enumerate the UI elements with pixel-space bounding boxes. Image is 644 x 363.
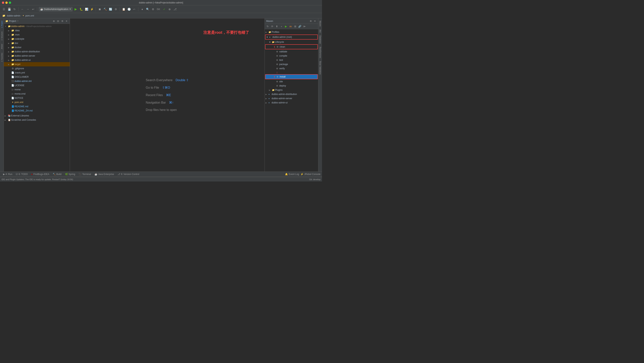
project-tab[interactable]: 1: Project [0,19,3,30]
project-settings-icon[interactable]: ⚙ [60,19,64,23]
maven-reimport-icon[interactable]: ⟳ [270,24,274,29]
maven-double-icon[interactable]: ⊞ [293,24,297,29]
settings-btn[interactable]: ⚙ [151,7,155,12]
minimize-button[interactable] [5,2,8,4]
jrebel-tab[interactable]: JRebel [0,42,3,51]
maven-close-icon[interactable]: ✕ [313,19,317,23]
menu-icon[interactable]: ☰ [2,7,6,12]
tree-item-pom[interactable]: ▶ ✦ pom.xml [4,100,70,104]
maven-deploy[interactable]: ⚙ deploy [265,84,318,88]
maven-site[interactable]: ⚙ site [265,80,318,84]
project-dropdown-icon[interactable]: ▼ [17,20,19,22]
maven-run-icon[interactable]: ▶ [284,24,288,29]
breadcrumb-file[interactable]: ✦ pom.xml [22,15,34,17]
tree-item-readme[interactable]: ▶ 📘 README.md [4,104,70,109]
right-tab-database[interactable]: Database [319,34,322,45]
maven-m-icon[interactable]: m [288,24,293,29]
maven-add-icon[interactable]: ＋ [279,24,284,29]
git-status[interactable]: Git: develop [309,178,320,181]
structure-tab[interactable]: 2: Structure [0,30,3,42]
coverage-icon[interactable]: 📊 [84,7,89,12]
tree-item-travis[interactable]: ▶ 📄 .travis.yml [4,71,70,75]
navigation-bar-action[interactable]: Navigation Bar ⌘↑ [146,101,189,104]
git-check-icon[interactable]: ✓ [162,7,166,12]
maven-lifecycle[interactable]: ▼ 📂 Lifecycle [265,40,318,44]
maven-compile[interactable]: ⚙ compile [265,54,318,58]
version-control-tab[interactable]: ⎇ 9: Version Control [116,172,141,177]
collapse-icon[interactable]: ⊟ [56,19,60,23]
findbugs-tab[interactable]: ● FindBugs-IDEA [30,172,51,177]
recent-files-action[interactable]: Recent Files ⌘E [146,93,189,97]
maven-clean[interactable]: 1 ⚙ clean [266,45,318,49]
tree-item-iml[interactable]: ▶ ⬛ dubbo-admin.iml [4,79,70,83]
search-everywhere-action[interactable]: Search Everywhere Double ⇧ [146,78,189,82]
tree-item-docker[interactable]: ▶ 📁 docker [4,45,70,50]
reload-icon[interactable]: 🔄 [108,7,113,12]
tree-item-external-libs[interactable]: ▶ 📚 External Libraries [4,114,70,118]
maven-expand-icon[interactable]: ≫ [302,24,306,29]
close-button[interactable] [2,2,4,4]
history-icon[interactable]: 🕐 [127,7,131,12]
spring-tab[interactable]: 🌿 Spring [64,172,77,177]
maven-link-icon[interactable]: 🔗 [298,24,302,29]
right-tab-ant[interactable]: Ant [319,28,322,34]
stop-icon[interactable]: ⏹ [97,7,102,12]
build-tab[interactable]: 🔨 Build [51,172,63,177]
terminal-tab[interactable]: ⬛ Terminal [77,172,92,177]
tree-item-server[interactable]: ▶ 📁 dubbo-admin-server [4,54,70,58]
tree-item-target[interactable]: ▶ 📁 target [4,62,70,66]
maximize-button[interactable] [9,2,11,4]
git-branch-icon[interactable]: ⎇ [173,7,177,12]
tree-item-doc[interactable]: ▶ 📁 doc [4,41,70,45]
tree-item-dist[interactable]: ▶ 📁 dubbo-admin-distribution [4,50,70,54]
maven-icon[interactable]: ♦ [140,7,144,12]
debug-icon[interactable]: 🐛 [79,7,84,12]
tree-item-ui[interactable]: ▶ 📁 dubbo-admin-ui [4,58,70,62]
locate-icon[interactable]: ⊕ [52,19,56,23]
tree-item-readme-zh[interactable]: ▶ 📘 README_ZH.md [4,109,70,113]
tree-item-disclaimer[interactable]: ▶ 📄 DISCLAIMER [4,75,70,79]
maven-settings-icon[interactable]: ⚙ [309,19,312,23]
compile-icon[interactable]: ⚙ [114,7,118,12]
goto-file-action[interactable]: Go to File ⇧⌘O [146,86,189,89]
tree-item-notice[interactable]: ▶ 📄 NOTICE [4,96,70,100]
maven-plugins[interactable]: ▶ 📁 Plugins [265,88,318,92]
tree-item-mvnw[interactable]: ▶ ▷ mvnw [4,88,70,92]
search-icon[interactable]: 🔍 [145,7,150,12]
maven-install[interactable]: 2 ⚙ install [266,75,318,79]
run-button[interactable]: ▶ [74,7,78,12]
maven-validate[interactable]: ⚙ validate [265,50,318,54]
tree-item-mvn[interactable]: ▶ 📁 .mvn [4,33,70,37]
maven-root[interactable]: ▼ ♦ dubbo-admin (root) [266,35,318,39]
right-tab-maven[interactable]: Maven [319,19,322,28]
undo-icon[interactable]: ↩ [31,7,36,12]
vcs-icon[interactable]: 📋 [121,7,126,12]
right-tab-beanvalidation[interactable]: Bean Validation [319,60,322,76]
maven-refresh-icon[interactable]: ↻ [266,24,270,29]
event-log-button[interactable]: 🔔 Event Log [285,173,299,176]
save-icon[interactable]: 💾 [7,7,12,12]
maven-verify[interactable]: ⚙ verify [265,66,318,71]
maven-ui-module[interactable]: ▶ ♦ dubbo-admin-ui [265,101,318,105]
tree-item-codestyle[interactable]: ▶ 📁 codestyle [4,37,70,41]
tree-root[interactable]: ▼ 📁 dubbo-admin ~/IdeaProjects/dubbo-adm… [4,24,70,29]
maven-test[interactable]: ⚙ test [265,58,318,62]
forward-icon[interactable]: → [26,7,30,12]
tree-item-mvnwcmd[interactable]: ▶ ▷ mvnw.cmd [4,92,70,96]
right-tab-restservices[interactable]: RestServices [319,45,322,60]
favorites-tab[interactable]: 2: Favorites [0,51,3,63]
profile-icon[interactable]: ⚡ [90,7,94,12]
back-icon[interactable]: ← [20,7,25,12]
refresh-icon[interactable]: ↻ [12,7,17,12]
maven-profiles[interactable]: ▶ 📁 Profiles [265,30,318,34]
maven-server-module[interactable]: ▶ ♦ dubbo-admin-server [265,96,318,101]
tree-item-license[interactable]: ▶ 📄 LICENSE [4,83,70,88]
rollback-icon[interactable]: ⤺ [132,7,137,12]
todo-tab[interactable]: ☑ 6: TODO [14,172,29,177]
window-controls[interactable] [2,2,11,4]
tree-item-idea[interactable]: ▶ 📁 .idea [4,29,70,33]
run-tab[interactable]: ▶ 4: Run [2,172,14,177]
git-merge-icon[interactable]: ⊕ [167,7,172,12]
run-configuration[interactable]: ☕ DubboAdminApplication ▼ [39,7,73,12]
jrebel-console-button[interactable]: ⚡ JRebel Console [300,173,320,176]
